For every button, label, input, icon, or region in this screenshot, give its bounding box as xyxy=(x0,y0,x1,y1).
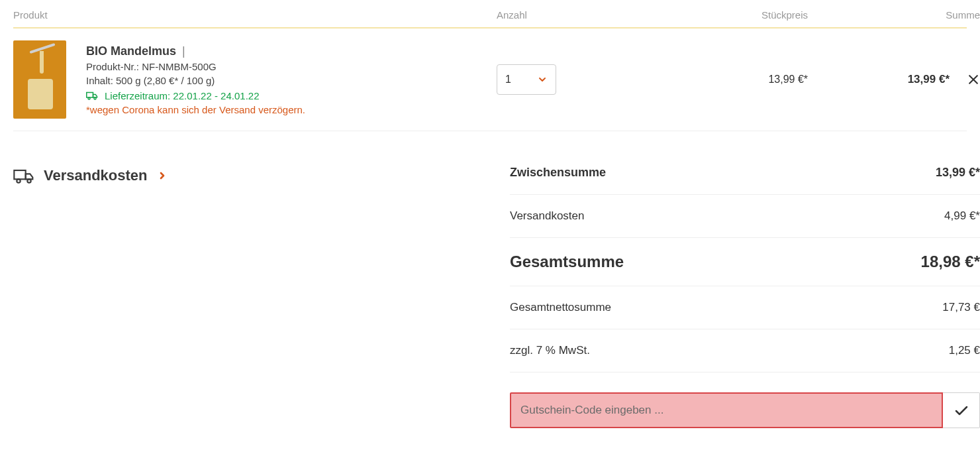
header-quantity: Anzahl xyxy=(497,9,609,21)
truck-icon xyxy=(86,91,98,100)
chevron-down-icon xyxy=(537,74,548,85)
shipping-note: *wegen Corona kann sich der Versand verz… xyxy=(86,104,489,115)
svg-point-2 xyxy=(94,97,96,99)
cart-table-header: Produkt Anzahl Stückpreis Summe xyxy=(13,0,967,29)
shipping-costs-label: Versandkosten xyxy=(44,167,148,184)
quantity-value: 1 xyxy=(505,74,511,86)
product-title-separator: | xyxy=(182,44,185,58)
product-title[interactable]: BIO Mandelmus xyxy=(86,44,176,58)
product-image[interactable] xyxy=(13,40,66,119)
net-total-value: 17,73 € xyxy=(942,301,980,314)
unit-price: 13,99 €* xyxy=(609,74,808,86)
product-info: BIO Mandelmus | Produkt-Nr.: NF-NMBM-500… xyxy=(86,44,497,115)
shipping-label: Versandkosten xyxy=(510,209,584,223)
total-label: Gesamtsumme xyxy=(510,253,624,271)
header-unit-price: Stückpreis xyxy=(609,9,808,21)
header-sum: Summe xyxy=(808,9,980,21)
cart-item-row: BIO Mandelmus | Produkt-Nr.: NF-NMBM-500… xyxy=(13,29,967,131)
check-icon xyxy=(954,402,969,418)
quantity-select[interactable]: 1 xyxy=(497,64,556,95)
truck-icon xyxy=(13,168,34,184)
product-content: Inhalt: 500 g (2,80 €* / 100 g) xyxy=(86,75,489,86)
delivery-time: Lieferzeitraum: 22.01.22 - 24.01.22 xyxy=(105,90,259,101)
vat-value: 1,25 € xyxy=(949,344,980,357)
svg-point-7 xyxy=(27,179,30,182)
vat-label: zzgl. 7 % MwSt. xyxy=(510,344,590,357)
coupon-code-input[interactable] xyxy=(510,392,943,428)
line-sum: 13,99 €* xyxy=(908,73,950,86)
chevron-right-icon xyxy=(157,170,168,181)
subtotal-value: 13,99 €* xyxy=(936,166,980,180)
close-icon xyxy=(967,73,980,86)
remove-item-button[interactable] xyxy=(967,73,980,86)
shipping-value: 4,99 €* xyxy=(944,209,980,223)
shipping-costs-link[interactable]: Versandkosten xyxy=(13,167,497,184)
apply-coupon-button[interactable] xyxy=(943,392,980,428)
svg-rect-5 xyxy=(14,170,25,179)
net-total-label: Gesamtnettosumme xyxy=(510,301,611,314)
svg-point-1 xyxy=(88,97,90,99)
svg-point-6 xyxy=(17,179,20,182)
product-number: Produkt-Nr.: NF-NMBM-500G xyxy=(86,61,489,72)
header-product: Produkt xyxy=(13,9,497,21)
order-summary: Zwischensumme 13,99 €* Versandkosten 4,9… xyxy=(497,151,980,428)
svg-rect-0 xyxy=(87,93,93,98)
subtotal-label: Zwischensumme xyxy=(510,166,606,180)
total-value: 18,98 €* xyxy=(921,253,980,271)
